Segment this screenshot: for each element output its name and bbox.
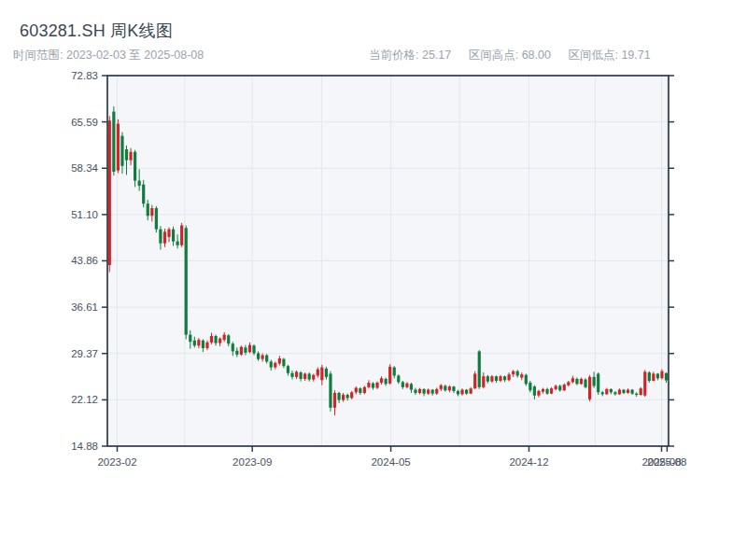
candle-body [397, 376, 400, 383]
candle-body [205, 343, 208, 348]
candle-body [380, 378, 383, 383]
candle-body [482, 376, 485, 387]
kline-page: 72.8365.5958.3451.1043.8636.6129.3722.12… [0, 0, 747, 560]
candle-body [176, 242, 179, 245]
candle-body [227, 335, 230, 343]
candle-body [163, 231, 166, 243]
candle-body [232, 343, 234, 351]
y-axis-label: 22.12 [71, 394, 98, 405]
candle-body [202, 341, 204, 348]
candle-body [278, 358, 281, 363]
candle-body [388, 367, 391, 384]
candle-body [584, 380, 586, 387]
range-high-stat: 区间高点: 68.00 [469, 49, 551, 62]
candle-body [580, 379, 583, 384]
candle-body [189, 335, 191, 343]
candle-body [440, 385, 443, 389]
candle [112, 106, 115, 175]
candle-body [317, 370, 319, 376]
candle-body [410, 384, 413, 389]
candle-body [261, 356, 264, 359]
candle-body [613, 392, 616, 394]
y-axis-label: 14.88 [71, 441, 98, 452]
candle-body [622, 390, 625, 393]
candle-body [563, 385, 566, 390]
candle-body [167, 230, 170, 237]
candle [597, 372, 599, 395]
y-axis-label: 58.34 [71, 162, 98, 174]
candle-body [610, 389, 613, 392]
candle-body [601, 392, 604, 394]
candle-body [320, 368, 323, 381]
candle-body [597, 373, 599, 392]
candle-body [385, 379, 388, 384]
candle [588, 375, 591, 401]
candle-body [185, 228, 188, 334]
candle-body [120, 136, 123, 166]
candle-body [490, 376, 493, 381]
candle-body [448, 386, 451, 390]
candle-body [265, 356, 268, 362]
candle-body [147, 203, 149, 216]
candle-body [375, 383, 378, 387]
candle-body [300, 372, 303, 379]
candle [185, 226, 188, 340]
y-axis-label: 36.61 [71, 301, 98, 313]
candle-body [499, 376, 501, 381]
candle-body [355, 388, 358, 393]
candle-body [342, 395, 345, 399]
candle-body [125, 149, 128, 161]
candle-body [172, 230, 175, 242]
candle-body [244, 347, 247, 352]
candle-body [117, 124, 120, 171]
candle-body [652, 373, 655, 381]
candle-body [312, 375, 315, 380]
candle-body [287, 366, 289, 373]
candle-body [138, 181, 141, 186]
candle-body [180, 226, 183, 245]
candle-body [635, 394, 638, 395]
candle-body [567, 382, 570, 385]
candle-body [555, 385, 557, 388]
candle-body [656, 373, 659, 378]
candle-body [155, 208, 158, 230]
candle-body [214, 336, 217, 343]
candle-body [308, 373, 311, 379]
candle-body [643, 371, 646, 395]
x-axis-label: 2023-09 [233, 456, 272, 468]
candle-body [452, 386, 455, 391]
candle-body [290, 373, 293, 377]
x-axis-label: 2025-08 [647, 456, 686, 468]
page-title: 603281.SH 周K线图 [20, 20, 173, 42]
candle-body [508, 374, 511, 380]
time-range-label: 时间范围: 2023-02-03 至 2025-08-08 [13, 48, 204, 63]
candle-body [159, 230, 162, 244]
candle-body [558, 385, 561, 390]
candle-body [627, 390, 629, 393]
candle-body [435, 389, 438, 394]
candle-body [427, 390, 430, 394]
candle [473, 371, 476, 389]
candle-body [525, 375, 528, 385]
candle-body [248, 345, 251, 353]
candle-body [257, 354, 260, 359]
candle-body [444, 385, 446, 390]
candle-body [640, 388, 642, 395]
candle-body [422, 389, 425, 394]
candle [643, 370, 646, 397]
candle-body [223, 335, 226, 340]
candle [388, 364, 391, 385]
candle-body [325, 369, 328, 377]
candle-body [252, 345, 255, 353]
candle-body [457, 391, 459, 394]
candle-body [134, 152, 136, 181]
stats-bar: 当前价格: 25.17 区间高点: 68.00 区间低点: 19.71 [369, 48, 665, 63]
y-axis-label: 65.59 [71, 117, 98, 128]
candle-body [235, 351, 238, 355]
candle-body [665, 373, 668, 381]
candle [108, 116, 111, 272]
candle-body [402, 382, 404, 386]
current-price-stat: 当前价格: 25.17 [369, 49, 451, 62]
y-axis-label: 72.83 [71, 70, 98, 81]
candle-body [363, 387, 366, 393]
